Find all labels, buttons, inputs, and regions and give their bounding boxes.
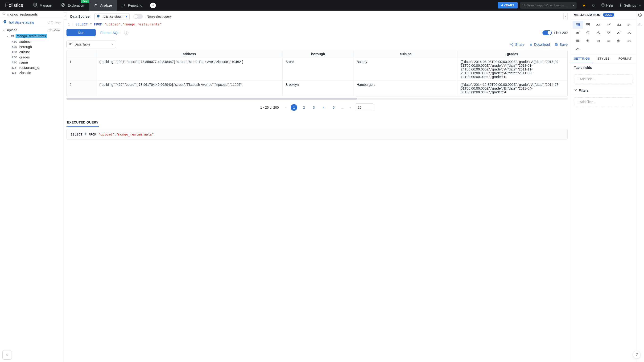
new-button[interactable]: + xyxy=(150,2,156,8)
limit-toggle[interactable] xyxy=(542,30,552,35)
chart-bubble-icon[interactable] xyxy=(624,29,634,37)
help-floating-button[interactable]: ? xyxy=(633,351,641,359)
cell[interactable]: {"building":"1007","coord":[-73.856077,4… xyxy=(96,58,282,81)
cell[interactable]: Bakery xyxy=(354,58,458,81)
vis-tab-format[interactable]: FORMAT xyxy=(614,54,636,63)
chart-funnel-icon[interactable] xyxy=(604,29,614,37)
page-number[interactable]: 2 xyxy=(300,104,307,111)
help-button[interactable]: Help xyxy=(598,0,616,10)
table-node[interactable]: ▾ mongo_restaurants xyxy=(0,33,63,39)
vis-tab-settings[interactable]: SETTINGS xyxy=(571,54,592,63)
share-action[interactable]: Share xyxy=(510,42,524,46)
chart-pyramid-icon[interactable] xyxy=(593,29,604,37)
chart-radar-icon[interactable] xyxy=(614,37,624,45)
format-sql-link[interactable]: Format SQL xyxy=(100,31,120,35)
col-header[interactable]: borough xyxy=(282,50,354,58)
cell[interactable]: [{"date":"2014-12-30T00:00:00.000Z","gra… xyxy=(458,81,568,96)
chart-column-icon[interactable] xyxy=(614,21,624,29)
page-prev[interactable]: ‹ xyxy=(284,106,288,109)
cell[interactable]: [{"date":"2014-03-03T00:00:00.000Z","gra… xyxy=(458,58,568,81)
chart-rail-icon[interactable] xyxy=(638,22,642,27)
chart-sankey-icon[interactable] xyxy=(624,37,634,45)
chart-pivot-icon[interactable] xyxy=(583,21,593,29)
non-select-toggle[interactable] xyxy=(134,14,143,19)
editor-code[interactable]: SELECT * FROM "upload"."mongo_restaurant… xyxy=(72,22,162,26)
column-row[interactable]: ABCname xyxy=(0,60,63,65)
save-action[interactable]: Save xyxy=(555,42,568,46)
cell[interactable]: {"building":"469","coord":[-73.961704,40… xyxy=(96,81,282,96)
connection-row[interactable]: holistics-staging 2m ago xyxy=(0,18,63,27)
chevron-down-icon[interactable] xyxy=(639,5,641,6)
chart-metric-icon[interactable]: 123 xyxy=(604,37,614,45)
chart-gauge-icon[interactable] xyxy=(572,45,583,53)
column-row[interactable]: 123zipcode xyxy=(0,70,63,76)
chart-table-icon[interactable] xyxy=(572,21,583,29)
history-icon[interactable] xyxy=(638,13,642,18)
schema-search[interactable] xyxy=(0,10,63,18)
column-row[interactable]: ABCborough xyxy=(0,44,63,50)
chart-map-icon[interactable] xyxy=(583,37,593,45)
nav-analyze[interactable]: Analyze xyxy=(89,0,117,10)
add-field-slot[interactable]: + Add field... xyxy=(574,74,633,84)
col-header[interactable]: grades xyxy=(458,50,568,58)
executed-query-tab[interactable]: EXECUTED QUERY xyxy=(66,118,99,126)
save-label: Save xyxy=(560,42,568,46)
cell[interactable]: Bronx xyxy=(282,58,354,81)
schema-search-input[interactable] xyxy=(7,12,60,16)
chart-combo-icon[interactable] xyxy=(572,29,583,37)
global-search-input[interactable] xyxy=(526,2,571,8)
chart-line-icon[interactable] xyxy=(604,21,614,29)
collapse-left-button[interactable]: ‹ xyxy=(63,12,67,20)
column-row[interactable]: 123restaurant_id xyxy=(0,65,63,70)
page-number[interactable]: 4 xyxy=(320,104,327,111)
page-number[interactable]: 5 xyxy=(330,104,337,111)
download-action[interactable]: Download xyxy=(529,42,550,46)
plan-badge[interactable]: 4 YEARS xyxy=(498,2,518,8)
column-row[interactable]: ABCgrades xyxy=(0,55,63,60)
page-size-input[interactable] xyxy=(355,104,374,111)
chart-wordcloud-icon[interactable] xyxy=(593,37,604,45)
sidebar-collapse-control[interactable] xyxy=(2,350,12,360)
chevron-down-icon[interactable] xyxy=(572,5,575,6)
notifications-button[interactable] xyxy=(588,0,598,10)
chart-heatmap-icon[interactable] xyxy=(572,37,583,45)
column-row[interactable]: ABCcuisine xyxy=(0,50,63,55)
collapse-right-button[interactable]: › xyxy=(564,13,568,20)
nav-manage[interactable]: Manage xyxy=(28,0,56,10)
results-table[interactable]: address borough cuisine grades 1 {"build… xyxy=(66,50,568,96)
sql-editor[interactable]: 1 SELECT * FROM "upload"."mongo_restaura… xyxy=(63,22,571,27)
vis-tab-styles[interactable]: STYLES xyxy=(592,54,614,63)
horizontal-scrollbar[interactable] xyxy=(66,98,568,100)
nav-exploration[interactable]: Exploration Beta xyxy=(56,0,89,10)
cell[interactable]: Hamburgers xyxy=(354,81,458,96)
cell[interactable]: Brooklyn xyxy=(282,81,354,96)
svg-point-24 xyxy=(628,33,629,34)
page-number[interactable]: 1 xyxy=(291,104,297,111)
view-picker[interactable]: Data Table ▼ xyxy=(66,40,116,48)
run-button[interactable]: Run xyxy=(66,29,96,36)
funnel-icon xyxy=(574,88,577,92)
table-row[interactable]: 2 {"building":"469","coord":[-73.961704,… xyxy=(67,81,568,96)
nav-reporting[interactable]: Reporting xyxy=(117,0,147,10)
favorites-button[interactable]: ★ xyxy=(580,0,588,10)
column-row[interactable]: ABCaddress xyxy=(0,39,63,44)
schema-node[interactable]: ▾ upload 18 tables xyxy=(0,27,63,33)
scrollbar-thumb[interactable] xyxy=(66,98,357,100)
chart-bar-icon[interactable] xyxy=(624,21,634,29)
chart-scatter-icon[interactable] xyxy=(614,29,624,37)
svg-point-0 xyxy=(34,3,36,4)
format-help-icon[interactable]: ? xyxy=(124,31,128,35)
table-row[interactable]: 1 {"building":"1007","coord":[-73.856077… xyxy=(67,58,568,81)
col-header[interactable]: cuisine xyxy=(354,50,458,58)
settings-button[interactable]: Settings xyxy=(616,0,644,10)
executed-query-box[interactable]: SELECT * FROM "upload"."mongo_restaurant… xyxy=(66,129,568,140)
chart-area-icon[interactable] xyxy=(593,21,604,29)
page-next[interactable]: › xyxy=(349,106,352,109)
docs-badge[interactable]: DOCS xyxy=(603,13,614,17)
col-header[interactable]: address xyxy=(96,50,282,58)
chart-pie-icon[interactable] xyxy=(583,29,593,37)
global-search[interactable] xyxy=(520,2,576,9)
add-filter-slot[interactable]: + Add filter... xyxy=(574,97,633,106)
page-number[interactable]: 3 xyxy=(310,104,317,111)
datasource-select[interactable]: holistics-stagin ▼ xyxy=(94,13,130,20)
